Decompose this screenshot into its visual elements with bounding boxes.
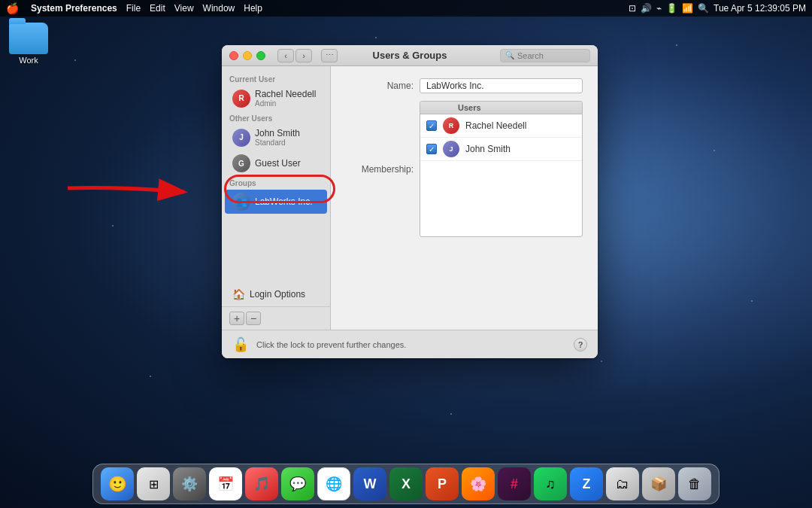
other-users-label: Other Users xyxy=(222,111,330,124)
menubar-window[interactable]: Window xyxy=(203,3,235,14)
slack-icon: # xyxy=(511,476,518,492)
membership-section: Membership: Users ✓ R Rachel Needell ✓ J xyxy=(346,101,583,237)
trash-icon: 🗑 xyxy=(688,476,701,492)
guest-name: Guest User xyxy=(255,158,301,169)
lock-icon[interactable]: 🔓 xyxy=(232,336,249,353)
member-avatar-rachel: R xyxy=(443,117,459,134)
finder-icon: 🙂 xyxy=(108,475,127,493)
footer-text: Click the lock to prevent further change… xyxy=(256,340,406,349)
music-icon: 🎵 xyxy=(253,476,270,492)
arrow-svg xyxy=(60,166,211,211)
close-button[interactable] xyxy=(229,51,238,60)
menubar-edit[interactable]: Edit xyxy=(150,3,165,14)
dock-item-files[interactable]: 🗂 xyxy=(606,467,639,500)
menubar-left: 🍎 System Preferences File Edit View Wind… xyxy=(6,2,262,14)
dock-item-trash[interactable]: 🗑 xyxy=(678,467,711,500)
search-input[interactable] xyxy=(517,51,585,60)
audio-icon: 🔊 xyxy=(641,3,652,14)
members-list: Users ✓ R Rachel Needell ✓ J John Smith xyxy=(420,101,583,237)
checkbox-john[interactable]: ✓ xyxy=(426,144,437,154)
dock-item-spotify[interactable]: ♫ xyxy=(534,467,567,500)
calendar-icon: 📅 xyxy=(217,476,234,492)
excel-icon: X xyxy=(401,476,411,492)
window-body: Current User R Rachel Needell Admin Othe… xyxy=(222,66,598,330)
dock-item-slack[interactable]: # xyxy=(498,467,531,500)
sidebar-item-rachel[interactable]: R Rachel Needell Admin xyxy=(225,86,327,111)
menubar-app-name[interactable]: System Preferences xyxy=(31,3,117,14)
john-name: John Smith xyxy=(255,128,300,138)
checkbox-rachel[interactable]: ✓ xyxy=(426,120,437,131)
dock-item-zoom[interactable]: Z xyxy=(570,467,603,500)
sidebar-item-john[interactable]: J John Smith Standard xyxy=(225,125,327,150)
menubar-file[interactable]: File xyxy=(126,3,141,14)
window-footer: 🔓 Click the lock to prevent further chan… xyxy=(222,330,598,358)
members-header: Users xyxy=(420,102,582,114)
forward-button[interactable]: › xyxy=(295,49,312,62)
rachel-name: Rachel Needell xyxy=(255,89,316,99)
dock-item-finder[interactable]: 🙂 xyxy=(101,467,134,500)
misc-icon: 📦 xyxy=(650,476,667,492)
login-lock-icon: 🏠 xyxy=(232,288,245,300)
sidebar-item-guest[interactable]: G Guest User xyxy=(225,151,327,175)
login-options-item[interactable]: 🏠 Login Options xyxy=(225,284,327,305)
help-button[interactable]: ? xyxy=(574,338,587,351)
sidebar-actions: + − xyxy=(222,306,330,330)
sidebar: Current User R Rachel Needell Admin Othe… xyxy=(222,66,331,330)
search-box[interactable]: 🔍 xyxy=(500,49,590,62)
sidebar-item-labworks[interactable]: 👥 LabWorks Inc. xyxy=(225,190,327,214)
dock-item-calendar[interactable]: 📅 xyxy=(209,467,242,500)
dock-item-sysprefs[interactable]: ⚙️ xyxy=(173,467,206,500)
menubar: 🍎 System Preferences File Edit View Wind… xyxy=(0,0,812,17)
dock-item-launchpad[interactable]: ⊞ xyxy=(137,467,170,500)
apple-menu[interactable]: 🍎 xyxy=(6,2,19,14)
dock-item-word[interactable]: W xyxy=(353,467,386,500)
rachel-role: Admin xyxy=(255,99,316,108)
dock-item-messages[interactable]: 💬 xyxy=(281,467,314,500)
name-value[interactable]: LabWorks Inc. xyxy=(420,78,583,93)
member-name-john: John Smith xyxy=(465,144,511,154)
dock-item-chrome[interactable]: 🌐 xyxy=(317,467,350,500)
chrome-icon: 🌐 xyxy=(326,476,342,492)
desktop-folder-work[interactable]: Work xyxy=(9,23,48,65)
name-label: Name: xyxy=(346,81,414,91)
wifi-icon: 📶 xyxy=(682,3,693,14)
red-arrow-annotation xyxy=(60,166,211,214)
clock: Tue Apr 5 12:39:05 PM xyxy=(714,3,806,14)
dock-item-misc[interactable]: 📦 xyxy=(642,467,675,500)
back-button[interactable]: ‹ xyxy=(277,49,294,62)
member-row-rachel: ✓ R Rachel Needell xyxy=(420,114,582,138)
folder-label: Work xyxy=(19,56,38,65)
launchpad-icon: ⊞ xyxy=(149,477,159,491)
groups-label: Groups xyxy=(222,176,330,189)
grid-button[interactable]: ⋯ xyxy=(321,49,338,62)
remove-user-button[interactable]: − xyxy=(246,312,261,325)
folder-icon xyxy=(9,23,48,54)
dropbox-icon: ⊡ xyxy=(629,3,636,14)
avatar-john: J xyxy=(232,129,250,147)
dock-item-photos[interactable]: 🌸 xyxy=(462,467,495,500)
dock-item-music[interactable]: 🎵 xyxy=(245,467,278,500)
users-groups-window: ‹ › ⋯ Users & Groups 🔍 Current User R Ra… xyxy=(222,45,598,358)
membership-label-row: Membership: Users ✓ R Rachel Needell ✓ J xyxy=(346,101,583,237)
traffic-lights xyxy=(229,51,265,60)
minimize-button[interactable] xyxy=(243,51,252,60)
menubar-view[interactable]: View xyxy=(174,3,194,14)
labworks-name: LabWorks Inc. xyxy=(255,196,312,207)
menubar-right: ⊡ 🔊 ⌁ 🔋 📶 🔍 Tue Apr 5 12:39:05 PM xyxy=(629,3,806,14)
john-role: Standard xyxy=(255,138,300,147)
search-menubar-icon[interactable]: 🔍 xyxy=(698,3,709,14)
avatar-rachel: R xyxy=(232,90,250,108)
dock: 🙂 ⊞ ⚙️ 📅 🎵 💬 🌐 W X P 🌸 xyxy=(92,464,720,504)
maximize-button[interactable] xyxy=(256,51,265,60)
members-empty-space xyxy=(420,161,582,236)
photos-icon: 🌸 xyxy=(470,476,486,492)
dock-item-excel[interactable]: X xyxy=(389,467,423,500)
menubar-help[interactable]: Help xyxy=(244,3,262,14)
desktop: 🍎 System Preferences File Edit View Wind… xyxy=(0,0,812,508)
dock-item-powerpoint[interactable]: P xyxy=(426,467,459,500)
search-icon: 🔍 xyxy=(505,51,514,59)
add-user-button[interactable]: + xyxy=(229,312,244,325)
member-row-john: ✓ J John Smith xyxy=(420,138,582,161)
nav-buttons: ‹ › xyxy=(277,49,312,62)
bluetooth-icon: ⌁ xyxy=(656,3,662,14)
